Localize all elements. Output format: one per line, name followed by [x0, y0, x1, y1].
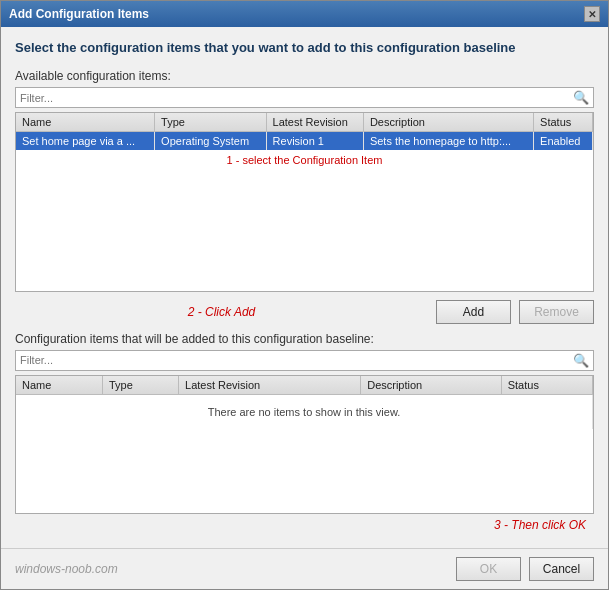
close-button[interactable]: ✕	[584, 6, 600, 22]
lower-empty-text: There are no items to show in this view.	[22, 398, 586, 426]
table-cell: Set home page via a ...	[16, 132, 155, 151]
hint-select: 1 - select the Configuration Item	[16, 150, 593, 170]
cancel-button[interactable]: Cancel	[529, 557, 594, 581]
hint-click-add: 2 - Click Add	[188, 305, 256, 319]
lower-filter-row: 🔍	[15, 350, 594, 371]
dialog-title: Add Configuration Items	[9, 7, 149, 21]
lower-table: Name Type Latest Revision Description St…	[16, 376, 593, 429]
ok-button[interactable]: OK	[456, 557, 521, 581]
lower-table-container: Name Type Latest Revision Description St…	[15, 375, 594, 514]
upper-table-header-row: Name Type Latest Revision Description St…	[16, 113, 593, 132]
title-bar: Add Configuration Items ✕	[1, 1, 608, 27]
upper-col-description: Description	[363, 113, 533, 132]
lower-col-revision: Latest Revision	[179, 376, 361, 395]
remove-button[interactable]: Remove	[519, 300, 594, 324]
lower-empty-row: There are no items to show in this view.	[16, 394, 593, 429]
table-cell: Operating System	[155, 132, 266, 151]
lower-filter-input[interactable]	[20, 354, 573, 366]
upper-col-type: Type	[155, 113, 266, 132]
dialog-heading: Select the configuration items that you …	[15, 39, 594, 57]
lower-table-header-row: Name Type Latest Revision Description St…	[16, 376, 593, 395]
upper-col-name: Name	[16, 113, 155, 132]
content-area: Select the configuration items that you …	[1, 27, 608, 548]
watermark: windows-noob.com	[15, 562, 118, 576]
table-cell: Revision 1	[266, 132, 363, 151]
lower-col-type: Type	[102, 376, 178, 395]
footer-buttons: OK Cancel	[456, 557, 594, 581]
upper-col-revision: Latest Revision	[266, 113, 363, 132]
dialog: Add Configuration Items ✕ Select the con…	[0, 0, 609, 590]
lower-section: Configuration items that will be added t…	[15, 332, 594, 536]
lower-col-description: Description	[361, 376, 502, 395]
lower-search-icon: 🔍	[573, 353, 589, 368]
lower-col-name: Name	[16, 376, 102, 395]
upper-filter-row: 🔍	[15, 87, 594, 108]
upper-search-icon: 🔍	[573, 90, 589, 105]
action-button-row: 2 - Click Add Add Remove	[15, 292, 594, 332]
upper-col-status: Status	[534, 113, 593, 132]
upper-section: Available configuration items: 🔍 Name Ty…	[15, 69, 594, 291]
lower-section-label: Configuration items that will be added t…	[15, 332, 594, 346]
add-button[interactable]: Add	[436, 300, 511, 324]
table-cell: Enabled	[534, 132, 593, 151]
footer: windows-noob.com OK Cancel	[1, 548, 608, 589]
hint-ok: 3 - Then click OK	[15, 514, 594, 536]
table-cell: Sets the homepage to http:...	[363, 132, 533, 151]
upper-table-container: Name Type Latest Revision Description St…	[15, 112, 594, 291]
upper-section-label: Available configuration items:	[15, 69, 594, 83]
upper-table: Name Type Latest Revision Description St…	[16, 113, 593, 150]
lower-col-status: Status	[501, 376, 592, 395]
table-row[interactable]: Set home page via a ...Operating SystemR…	[16, 132, 593, 151]
upper-filter-input[interactable]	[20, 92, 573, 104]
